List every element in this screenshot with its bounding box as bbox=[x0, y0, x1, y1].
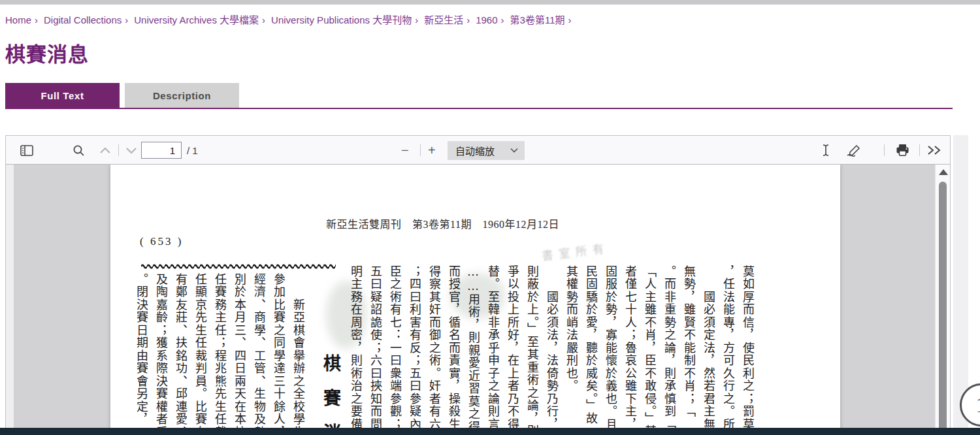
document-text-column: 五曰疑詔詭使；六曰挾知而問； bbox=[365, 265, 385, 435]
breadcrumb-separator: › bbox=[35, 14, 38, 25]
document-text-column: 參加比賽之同學達三十餘人， bbox=[269, 273, 288, 435]
chevron-down-icon bbox=[510, 148, 518, 153]
breadcrumb-separator: › bbox=[125, 14, 128, 25]
double-chevron-right-icon bbox=[927, 145, 943, 155]
document-text-column: 得察其奸而御之術。奸者有六： bbox=[424, 265, 444, 435]
zoom-out-button[interactable]: − bbox=[401, 143, 409, 158]
document-text-column: 替。至韓非承乎申子之論則言 bbox=[483, 265, 502, 435]
annotate-pen-button[interactable] bbox=[846, 144, 862, 157]
document-masthead: 新亞生活雙周刊 第3卷第11期 1960年12月12日 bbox=[326, 216, 559, 231]
breadcrumb-separator: › bbox=[415, 14, 418, 25]
text-cursor-icon bbox=[821, 144, 830, 157]
document-text-column: 有鄭友莊、扶銘功、邱連愛、 bbox=[171, 273, 190, 435]
breadcrumb-separator: › bbox=[262, 14, 265, 25]
news-text-block: 新亞棋會擧辦之全校學生參加比賽之同學達三十餘人，經濟、商學、工管、生物及數別於本… bbox=[131, 273, 308, 435]
toolbar-divider bbox=[919, 144, 920, 156]
document-text-column: 經濟、商學、工管、生物及數 bbox=[249, 273, 269, 435]
intro-text-block: 莫如厚而信，使民利之；罰莫如，任法能專，方可久行之。所謂 國必須定法，然若君主無… bbox=[346, 265, 757, 435]
printer-icon bbox=[896, 144, 909, 157]
zoom-select-value: 自动缩放 bbox=[455, 144, 495, 157]
document-text-column: 任賽務主任；程兆熊先生任裁 bbox=[210, 273, 229, 435]
pdf-toolbar: / 1 − + 自动缩放 bbox=[6, 136, 950, 165]
document-page-number: ( 653 ) bbox=[140, 235, 183, 248]
next-page-button[interactable] bbox=[125, 147, 137, 154]
pdf-page: 新亞生活雙周刊 第3卷第11期 1960年12月12日 ( 653 ) 書室所有… bbox=[110, 165, 840, 435]
document-text-column: 「人主雖不肖，臣不敢侵。」其 bbox=[640, 265, 659, 435]
document-text-column: 固服於勢，寡能懷於義也。且 bbox=[600, 265, 620, 435]
window-top-strip bbox=[0, 0, 980, 5]
canvas-left-strip bbox=[6, 165, 14, 435]
sidebar-toggle-icon bbox=[20, 145, 33, 156]
document-text-column: 別於本月三、四日兩天在本校 bbox=[229, 273, 249, 435]
toolbar-divider bbox=[118, 144, 119, 156]
zoom-in-button[interactable]: + bbox=[428, 143, 436, 158]
document-text-column: 新亞棋會擧辦之全校學生 bbox=[288, 273, 308, 435]
sidebar-toggle-button[interactable] bbox=[20, 145, 33, 156]
toolbar-divider bbox=[420, 144, 421, 156]
document-text-column: 民固驕於愛，聽於威矣。」故 bbox=[581, 265, 600, 435]
previous-page-button[interactable] bbox=[99, 147, 111, 154]
document-text-column: 莫如厚而信，使民利之；罰莫如 bbox=[738, 265, 757, 435]
text-selection-tool-button[interactable] bbox=[821, 144, 830, 157]
wavy-rule bbox=[141, 263, 336, 269]
zoom-select[interactable]: 自动缩放 bbox=[448, 141, 525, 160]
search-button[interactable] bbox=[73, 144, 85, 157]
document-text-column: 明主務在周密，則術治之要備 bbox=[346, 265, 365, 435]
chevron-down-icon bbox=[125, 147, 137, 154]
page-title: 棋賽消息 bbox=[5, 38, 89, 67]
document-text-column: 則蔽於上。」至其重術之論，則 bbox=[522, 265, 542, 435]
pdf-canvas-area: 新亞生活雙周刊 第3卷第11期 1960年12月12日 ( 653 ) 書室所有… bbox=[6, 165, 950, 435]
document-text-column: 爭以投上所好，在上者乃不得不 bbox=[502, 265, 522, 435]
library-stamp: 書室所有 bbox=[541, 239, 610, 263]
document-text-column: 者僅七十人；魯哀公雖下主， bbox=[620, 265, 640, 435]
document-text-column: 而授官，循名而責實，操殺生之 bbox=[444, 265, 463, 435]
document-text-column: ……用術，則親愛近習莫之得聞 bbox=[463, 265, 483, 435]
page-count-label: / 1 bbox=[187, 145, 198, 156]
document-text-column: 任顯京先生任裁判員。比賽在 bbox=[190, 273, 210, 435]
breadcrumb-link[interactable]: 第3卷第11期 bbox=[510, 14, 565, 25]
breadcrumb-link[interactable]: University Archives 大學檔案 bbox=[134, 14, 259, 25]
document-text-column: ，任法能專，方可久行之。所謂 bbox=[718, 265, 738, 435]
page-number-input[interactable] bbox=[141, 142, 182, 159]
breadcrumb-link[interactable]: University Publications 大學刊物 bbox=[271, 14, 412, 25]
footer-bar bbox=[0, 428, 980, 435]
document-text-column: ；四曰利害有反；五曰參疑內 bbox=[404, 265, 424, 435]
document-text-column: 。而非重勢之論，則承慎到「 bbox=[659, 265, 679, 435]
breadcrumb-link[interactable]: 1960 bbox=[476, 14, 497, 25]
document-text-column: 國必須法，法倚勢乃行，而 bbox=[542, 265, 561, 435]
article-title: 棋賽消息 bbox=[318, 354, 344, 435]
tab-bar: Full Text Description bbox=[5, 83, 239, 108]
viewer-scrollbar[interactable] bbox=[935, 165, 950, 435]
breadcrumb-link[interactable]: Digital Collections bbox=[44, 14, 122, 25]
tab-underline bbox=[5, 108, 953, 109]
breadcrumb-separator: › bbox=[501, 14, 504, 25]
breadcrumb-link[interactable]: 新亞生活 bbox=[424, 14, 463, 25]
tab-description[interactable]: Description bbox=[125, 83, 239, 108]
document-text-column: 臣之術有七：一曰衆端參觀；二 bbox=[385, 265, 404, 435]
breadcrumb-separator: › bbox=[466, 14, 470, 25]
search-icon bbox=[73, 144, 85, 157]
pdf-viewer: / 1 − + 自动缩放 bbox=[5, 135, 951, 435]
pen-icon bbox=[846, 144, 862, 157]
breadcrumb-link[interactable]: Home bbox=[5, 14, 31, 25]
tab-full-text[interactable]: Full Text bbox=[5, 83, 120, 108]
print-button[interactable] bbox=[896, 144, 909, 157]
chevron-up-icon bbox=[99, 147, 111, 154]
document-text-column: 無勢，雖賢不能制不肖；「 bbox=[679, 265, 698, 435]
document-text-column: 其權勢而峭法嚴刑也。 bbox=[561, 265, 581, 435]
toolbar-divider bbox=[884, 144, 885, 156]
more-tools-button[interactable] bbox=[927, 145, 943, 155]
scroll-up-arrow[interactable] bbox=[939, 169, 948, 175]
document-text-column: 及陶嘉齡；獲系際決賽權者爲 bbox=[151, 273, 171, 435]
breadcrumb: Home›Digital Collections›University Arch… bbox=[5, 12, 577, 26]
scrollbar-thumb[interactable] bbox=[939, 182, 947, 435]
document-text-column: 。閉決賽日期由賽會另定， bbox=[131, 273, 151, 435]
breadcrumb-separator: › bbox=[568, 14, 571, 25]
document-text-column: 國必須定法，然若君主無 bbox=[698, 265, 718, 435]
